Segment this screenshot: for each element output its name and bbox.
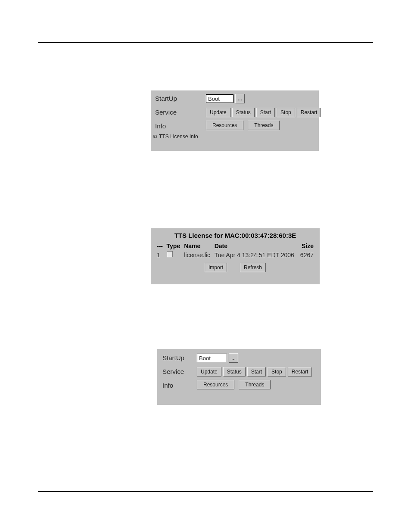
service-label: Service (155, 109, 177, 116)
tts-license-info-label: TTS License Info (159, 134, 198, 140)
cell-name: license.lic (182, 250, 212, 259)
status-button[interactable]: Status (223, 367, 246, 376)
col-type: Type (165, 242, 183, 250)
license-table: --- Type Name Date Size 1 license.lic Tu… (155, 242, 315, 259)
restart-button[interactable]: Restart (297, 108, 321, 117)
table-row[interactable]: 1 license.lic Tue Apr 4 13:24:51 EDT 200… (155, 250, 315, 259)
threads-button[interactable]: Threads (248, 121, 280, 130)
col-name: Name (182, 242, 212, 250)
startup-browse-button[interactable]: ... (229, 353, 238, 363)
service-control-panel-2: StartUp Service Info ... Update Status S… (157, 349, 321, 405)
status-button[interactable]: Status (232, 108, 255, 117)
threads-button[interactable]: Threads (239, 380, 271, 389)
start-button[interactable]: Start (247, 367, 266, 376)
stop-button[interactable]: Stop (277, 108, 295, 117)
refresh-button[interactable]: Refresh (240, 263, 266, 272)
cell-size: 6267 (298, 250, 315, 259)
horizontal-rule-top (38, 42, 373, 43)
import-button[interactable]: Import (205, 263, 227, 272)
tts-license-info-link[interactable]: ⧉ TTS License Info (153, 134, 198, 140)
col-size: Size (298, 242, 315, 250)
window-icon: ⧉ (153, 134, 157, 140)
cell-date: Tue Apr 4 13:24:51 EDT 2006 (213, 250, 298, 259)
start-button[interactable]: Start (256, 108, 275, 117)
cell-type (165, 250, 183, 259)
resources-button[interactable]: Resources (197, 380, 234, 389)
startup-browse-button[interactable]: ... (235, 94, 245, 103)
horizontal-rule-bottom (38, 491, 373, 492)
service-control-panel-1: StartUp Service Info ... Update Status S… (151, 90, 319, 151)
startup-input[interactable] (197, 354, 227, 362)
tts-license-panel: TTS License for MAC:00:03:47:28:60:3E --… (151, 228, 320, 284)
service-label: Service (162, 368, 184, 375)
resources-button[interactable]: Resources (206, 121, 243, 130)
stop-button[interactable]: Stop (268, 367, 286, 376)
startup-input[interactable] (206, 94, 234, 103)
cell-num: 1 (155, 250, 165, 259)
update-button[interactable]: Update (206, 108, 230, 117)
info-label: Info (162, 382, 173, 389)
info-label: Info (155, 122, 166, 130)
col-date: Date (213, 242, 298, 250)
col-dash: --- (155, 242, 165, 250)
restart-button[interactable]: Restart (288, 367, 312, 376)
startup-label: StartUp (155, 95, 177, 102)
update-button[interactable]: Update (197, 367, 221, 376)
file-icon (167, 251, 173, 257)
page: StartUp Service Info ... Update Status S… (0, 0, 411, 532)
tts-license-title: TTS License for MAC:00:03:47:28:60:3E (155, 232, 315, 239)
startup-label: StartUp (162, 354, 184, 361)
